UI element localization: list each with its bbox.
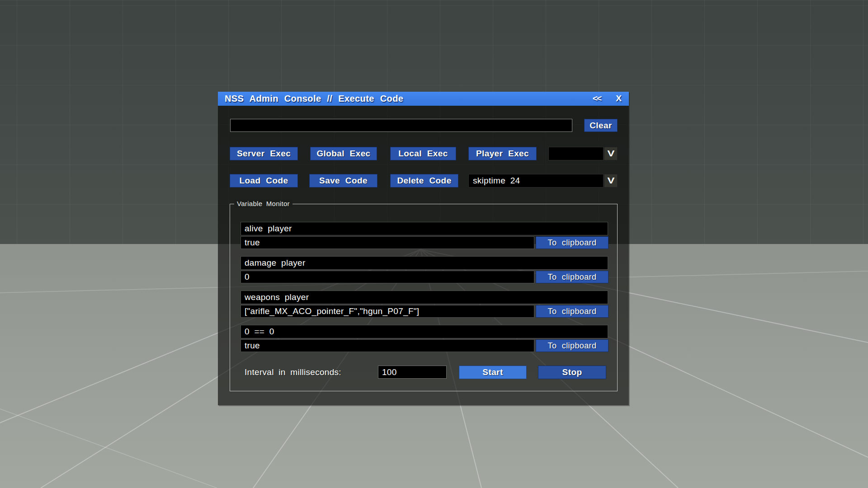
- to-clipboard-button[interactable]: To clipboard: [536, 339, 609, 352]
- saved-code-dropdown-arrow-icon[interactable]: V: [604, 174, 618, 188]
- player-select-dropdown[interactable]: [548, 147, 604, 160]
- variable-expression-input[interactable]: [241, 222, 608, 235]
- titlebar[interactable]: NSS Admin Console // Execute Code << X: [218, 92, 629, 106]
- interval-input[interactable]: [378, 366, 447, 379]
- global-exec-button[interactable]: Global Exec: [310, 147, 377, 160]
- start-button[interactable]: Start: [459, 366, 527, 379]
- player-exec-button[interactable]: Player Exec: [468, 147, 537, 160]
- variable-expression-input[interactable]: [241, 325, 608, 338]
- clear-button[interactable]: Clear: [584, 119, 618, 132]
- code-input[interactable]: [230, 119, 572, 132]
- server-exec-button[interactable]: Server Exec: [230, 147, 298, 160]
- variable-result-output[interactable]: [241, 339, 534, 352]
- window-title: NSS Admin Console // Execute Code: [225, 94, 403, 104]
- local-exec-button[interactable]: Local Exec: [390, 147, 456, 160]
- to-clipboard-button[interactable]: To clipboard: [536, 305, 609, 318]
- load-code-button[interactable]: Load Code: [230, 174, 298, 188]
- variable-expression-input[interactable]: [241, 291, 608, 304]
- variable-result-output[interactable]: [241, 271, 534, 283]
- to-clipboard-button[interactable]: To clipboard: [536, 271, 609, 283]
- delete-code-button[interactable]: Delete Code: [390, 174, 458, 188]
- player-select-dropdown-arrow-icon[interactable]: V: [604, 147, 618, 160]
- stop-button[interactable]: Stop: [538, 366, 606, 379]
- saved-code-dropdown[interactable]: skiptime 24: [468, 174, 604, 188]
- variable-result-output[interactable]: [241, 236, 534, 249]
- interval-label: Interval in milliseconds:: [245, 367, 341, 377]
- admin-console-window: NSS Admin Console // Execute Code << X C…: [218, 92, 629, 405]
- to-clipboard-button[interactable]: To clipboard: [536, 236, 609, 249]
- variable-result-output[interactable]: [241, 305, 534, 318]
- variable-expression-input[interactable]: [241, 256, 608, 270]
- variable-monitor-label: Variable Monitor: [234, 200, 292, 208]
- close-icon[interactable]: X: [616, 94, 622, 103]
- save-code-button[interactable]: Save Code: [309, 174, 377, 188]
- collapse-button[interactable]: <<: [593, 94, 601, 103]
